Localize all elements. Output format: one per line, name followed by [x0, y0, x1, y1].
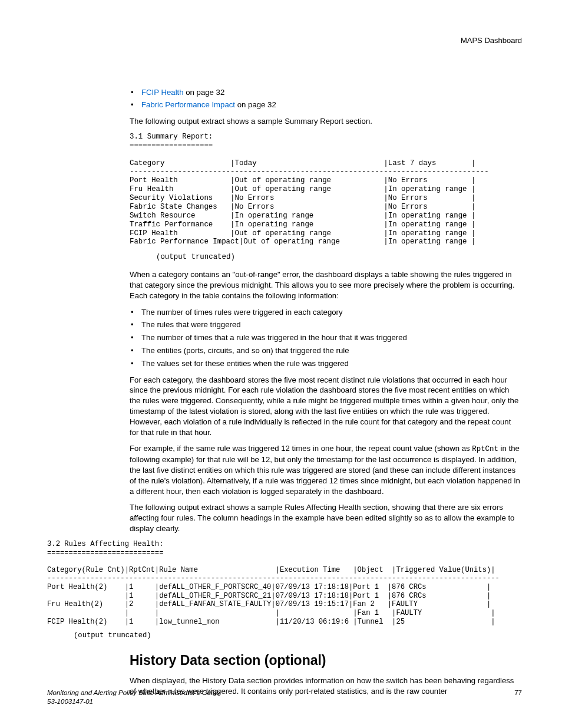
bullet-list: The number of times rules were triggered…: [130, 307, 522, 369]
page-number: 77: [514, 689, 522, 707]
footer-docnum: 53-1003147-01: [47, 698, 93, 705]
link-item: FCIP Health on page 32: [130, 87, 522, 98]
bullet-item: The values set for these entities when t…: [130, 358, 522, 369]
bullet-item: The number of times that a rule was trig…: [130, 332, 522, 343]
link-suffix: on page 32: [184, 88, 225, 97]
body-paragraph: The following output extract shows a sam…: [130, 502, 522, 533]
page-header: MAPS Dashboard: [47, 35, 522, 46]
page-footer: Monitoring and Alerting Policy Suite Adm…: [47, 689, 522, 707]
bullet-item: The entities (ports, circuits, and so on…: [130, 345, 522, 356]
inline-code: RptCnt: [472, 445, 498, 453]
text-fragment: For example, if the same rule was trigge…: [130, 444, 472, 453]
output-truncated: (output truncated): [156, 252, 522, 262]
output-truncated: (output truncated): [74, 631, 522, 640]
section-heading: History Data section (optional): [130, 651, 522, 670]
link-list: FCIP Health on page 32 Fabric Performanc…: [130, 87, 522, 111]
link-fabric-perf[interactable]: Fabric Performance Impact: [141, 100, 235, 109]
rules-health-code: 3.2 Rules Affecting Health: ============…: [47, 540, 522, 626]
bullet-item: The rules that were triggered: [130, 319, 522, 330]
body-paragraph: For example, if the same rule was trigge…: [130, 443, 522, 496]
bullet-item: The number of times rules were triggered…: [130, 307, 522, 318]
link-fcip-health[interactable]: FCIP Health: [141, 88, 184, 97]
body-paragraph: For each category, the dashboard stores …: [130, 375, 522, 438]
summary-report-code: 3.1 Summary Report: =================== …: [130, 133, 522, 246]
link-suffix: on page 32: [235, 100, 276, 109]
intro-paragraph: The following output extract shows a sam…: [130, 116, 522, 127]
link-item: Fabric Performance Impact on page 32: [130, 100, 522, 110]
body-paragraph: When a category contains an "out-of-rang…: [130, 269, 522, 301]
footer-title: Monitoring and Alerting Policy Suite Adm…: [47, 689, 220, 696]
